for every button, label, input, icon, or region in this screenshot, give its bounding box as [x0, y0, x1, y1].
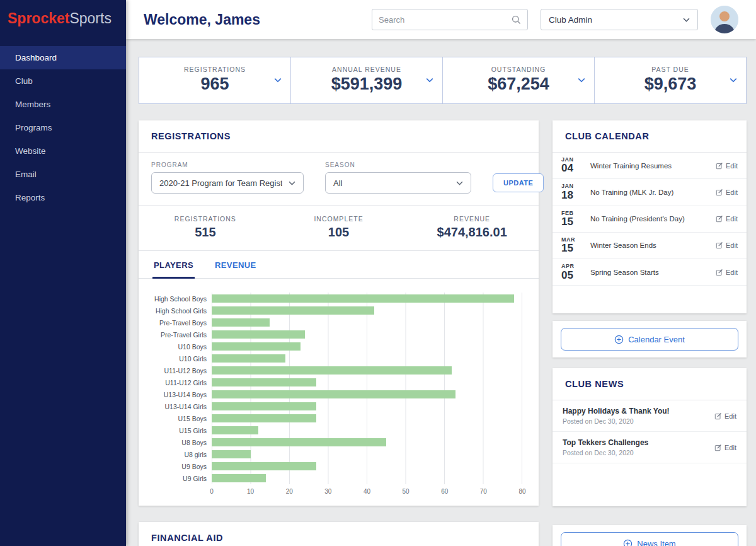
news-text: Top Tekkers Challenges Posted on Dec 30,…	[563, 438, 714, 456]
kpi-value: 965	[139, 74, 290, 94]
role-selector[interactable]: Club Admin	[541, 9, 698, 30]
calendar-event-row: JAN 18 No Training (MLK Jr. Day) Edit	[553, 179, 747, 206]
search-box[interactable]	[372, 9, 528, 30]
edit-label: Edit	[724, 412, 736, 420]
chart-row: Pre-Travel Girls	[149, 328, 522, 340]
app-window: SprocketSports Dashboard Club Members Pr…	[0, 0, 756, 546]
brand-secondary: Sports	[69, 10, 111, 26]
chart-row: U9 Boys	[149, 460, 522, 472]
chart-category-label: U8 Boys	[149, 439, 212, 446]
registrations-filters: PROGRAM 2020-21 Program for Team Registr…	[139, 153, 539, 206]
season-select[interactable]: All	[325, 172, 471, 194]
kpi-registrations: REGISTRATIONS 965	[139, 57, 291, 103]
edit-icon	[716, 241, 723, 249]
sidebar-item-dashboard[interactable]: Dashboard	[0, 46, 126, 69]
news-edit-link[interactable]: Edit	[714, 412, 736, 420]
financial-aid-title: FINANCIAL AID	[139, 522, 539, 546]
chevron-down-icon[interactable]	[274, 78, 282, 83]
event-edit-link[interactable]: Edit	[716, 241, 738, 249]
chart-bar	[212, 414, 316, 422]
page-title: Welcome, James	[144, 11, 260, 28]
chart-bar	[212, 342, 301, 351]
calendar-event-row: MAR 15 Winter Season Ends Edit	[553, 233, 747, 259]
calendar-event-row: JAN 04 Winter Training Resumes Edit	[553, 153, 747, 179]
chart-bar	[212, 390, 455, 398]
x-tick-label: 30	[324, 488, 331, 495]
event-edit-link[interactable]: Edit	[716, 269, 738, 276]
players-bar-chart: High School BoysHigh School GirlsPre-Tra…	[139, 279, 539, 506]
substat-label: REVENUE	[405, 215, 539, 223]
chart-category-label: U9 Girls	[149, 475, 212, 482]
sidebar-item-email[interactable]: Email	[0, 163, 126, 186]
edit-icon	[716, 189, 723, 196]
kpi-past-due: PAST DUE $9,673	[595, 57, 746, 103]
kpi-label: REGISTRATIONS	[139, 66, 290, 73]
chart-bar-track	[212, 340, 522, 352]
search-input[interactable]	[379, 15, 512, 25]
news-item-title: Top Tekkers Challenges	[563, 438, 711, 447]
edit-label: Edit	[726, 162, 738, 170]
substat-value: 105	[272, 225, 406, 240]
kpi-value: $9,673	[595, 74, 746, 94]
add-calendar-event-button[interactable]: Calendar Event	[561, 328, 738, 351]
event-title: Winter Season Ends	[584, 241, 716, 249]
chevron-down-icon[interactable]	[578, 78, 585, 83]
update-button[interactable]: UPDATE	[493, 173, 544, 192]
sidebar-item-programs[interactable]: Programs	[0, 116, 126, 139]
event-day: 18	[561, 190, 584, 201]
sidebar-item-reports[interactable]: Reports	[0, 186, 126, 209]
x-tick-label: 80	[518, 488, 525, 495]
edit-icon	[716, 215, 723, 223]
edit-icon	[714, 444, 722, 451]
financial-aid-panel: FINANCIAL AID APPLIED 0 BUDGETED $50,000	[139, 522, 539, 546]
sidebar-item-members[interactable]: Members	[0, 93, 126, 116]
chart-category-label: U8 girls	[149, 451, 212, 458]
tab-players[interactable]: PLAYERS	[152, 251, 195, 279]
chart-bar	[212, 330, 305, 339]
event-edit-link[interactable]: Edit	[716, 189, 738, 196]
chart-bar	[212, 450, 251, 458]
chart-row: U10 Boys	[149, 340, 522, 352]
substat-label: INCOMPLETE	[272, 215, 406, 223]
chart-row: U9 Girls	[149, 472, 522, 484]
chart-category-label: U13-U14 Boys	[149, 391, 212, 398]
chart-row: U11-U12 Girls	[149, 376, 522, 388]
edit-label: Edit	[724, 444, 736, 451]
news-edit-link[interactable]: Edit	[714, 444, 736, 451]
program-select[interactable]: 2020-21 Program for Team Registrati...	[151, 172, 304, 194]
event-date: MAR 15	[561, 237, 584, 254]
add-news-item-button[interactable]: News Item	[561, 532, 738, 546]
x-tick-label: 50	[403, 488, 410, 495]
event-edit-link[interactable]: Edit	[716, 162, 738, 170]
substat-value: 515	[139, 225, 272, 240]
news-spacer	[553, 463, 747, 506]
chart-category-label: U11-U12 Boys	[149, 367, 212, 375]
avatar[interactable]	[711, 6, 738, 33]
plus-circle-icon	[623, 539, 633, 546]
event-date: JAN 04	[561, 157, 584, 174]
x-tick-label: 40	[364, 488, 370, 495]
chart-row: High School Boys	[149, 293, 522, 305]
tab-revenue[interactable]: REVENUE	[214, 251, 258, 279]
chart-bar	[212, 402, 316, 410]
chevron-down-icon[interactable]	[730, 78, 737, 83]
x-tick-label: 20	[286, 488, 293, 495]
brand-logo[interactable]: SprocketSports	[0, 0, 126, 40]
search-icon[interactable]	[512, 15, 521, 25]
event-edit-link[interactable]: Edit	[716, 215, 738, 223]
chart-bar	[212, 438, 386, 446]
sidebar-item-club[interactable]: Club	[0, 69, 126, 93]
chart-bar	[212, 306, 374, 315]
dashboard-content: REGISTRATIONS 965 ANNUAL REVENUE $591,39…	[126, 39, 756, 546]
news-text: Happy Holidays & Thank You! Posted on De…	[563, 407, 714, 425]
sidebar-item-website[interactable]: Website	[0, 139, 126, 163]
substat-incomplete: INCOMPLETE 105	[272, 215, 406, 240]
kpi-annual-revenue: ANNUAL REVENUE $591,399	[291, 57, 443, 103]
chevron-down-icon[interactable]	[426, 78, 433, 83]
chart-row: U11-U12 Boys	[149, 364, 522, 376]
chart-bar-track	[212, 436, 522, 448]
chart-category-label: Pre-Travel Girls	[149, 331, 212, 339]
club-calendar-panel: CLUB CALENDAR JAN 04 Winter Training Res…	[553, 120, 747, 313]
chart-bar-track	[212, 352, 522, 364]
main-area: Welcome, James Club Admin REG	[126, 0, 756, 546]
